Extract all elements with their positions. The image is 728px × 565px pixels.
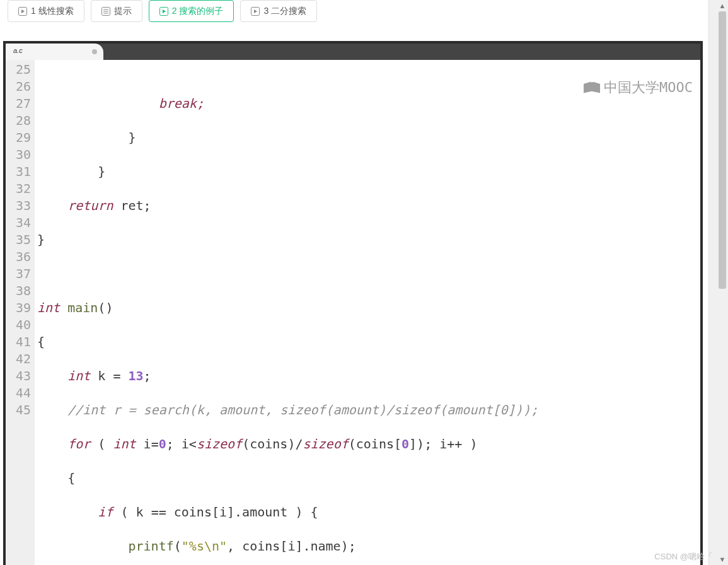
watermark-text: 中国大学MOOC bbox=[604, 79, 693, 96]
tab-binary-search[interactable]: 3 二分搜索 bbox=[240, 0, 317, 22]
tab-label: 2 搜索的例子 bbox=[172, 6, 224, 17]
play-icon bbox=[159, 7, 168, 16]
tab-hint[interactable]: 提示 bbox=[91, 0, 142, 22]
editor-tabstrip: a.c bbox=[6, 44, 700, 60]
file-name: a.c bbox=[13, 47, 23, 54]
tab-label: 提示 bbox=[114, 6, 132, 17]
play-icon bbox=[18, 7, 27, 16]
dirty-dot-icon bbox=[92, 49, 97, 54]
mooc-watermark: 中国大学MOOC bbox=[584, 79, 693, 96]
tab-label: 1 线性搜索 bbox=[31, 6, 74, 17]
video-frame: a.c 252627282930313233343536373839404142… bbox=[3, 41, 703, 565]
scroll-down-icon[interactable]: ▼ bbox=[717, 554, 728, 565]
code-pane[interactable]: 中国大学MOOC break; } } return ret; } int ma… bbox=[35, 60, 700, 565]
scroll-thumb[interactable] bbox=[719, 11, 726, 289]
page-scrollbar[interactable]: ▲ ▼ bbox=[717, 0, 728, 565]
tab-search-example[interactable]: 2 搜索的例子 bbox=[149, 0, 234, 22]
book-icon bbox=[584, 82, 600, 93]
line-gutter: 2526272829303132333435363738394041424344… bbox=[6, 60, 35, 565]
svg-marker-9 bbox=[254, 9, 257, 13]
editor-file-tab[interactable]: a.c bbox=[6, 44, 103, 60]
lesson-tabs: 1 线性搜索 提示 2 搜索的例子 3 二分搜索 bbox=[0, 0, 708, 22]
svg-marker-7 bbox=[163, 9, 166, 13]
tab-linear-search[interactable]: 1 线性搜索 bbox=[8, 0, 84, 22]
scroll-up-icon[interactable]: ▲ bbox=[717, 0, 728, 11]
svg-marker-1 bbox=[21, 9, 25, 13]
tab-label: 3 二分搜索 bbox=[263, 6, 306, 17]
play-icon bbox=[251, 7, 260, 16]
list-icon bbox=[101, 7, 110, 16]
csdn-watermark: CSDN @嗯哈「 bbox=[654, 551, 713, 562]
code-editor[interactable]: 2526272829303132333435363738394041424344… bbox=[6, 60, 700, 565]
